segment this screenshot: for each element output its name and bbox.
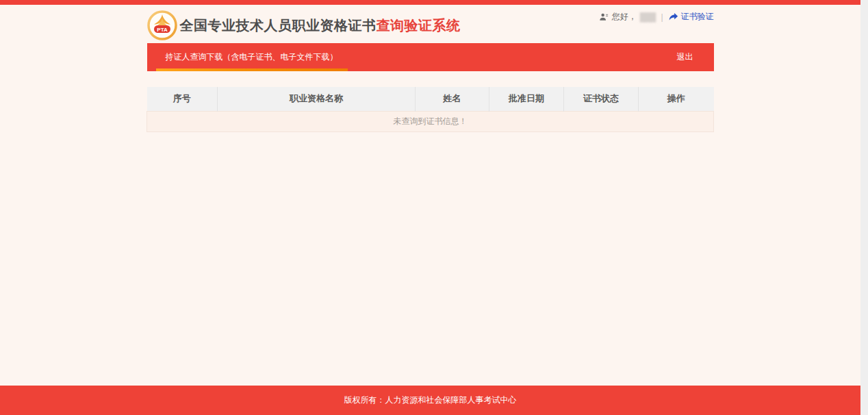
table-header-row: 序号 职业资格名称 姓名 批准日期 证书状态 操作: [147, 87, 714, 111]
user-bar: 您好， ███ | 证书验证: [599, 11, 714, 23]
page-title: 全国专业技术人员职业资格证书查询验证系统: [180, 16, 461, 35]
verify-link-label[interactable]: 证书验证: [681, 11, 714, 23]
certificate-table: 序号 职业资格名称 姓名 批准日期 证书状态 操作 未查询到证书信息！: [146, 87, 714, 132]
page-content: PTA 全国专业技术人员职业资格证书查询验证系统 您好， ███ |: [0, 0, 860, 415]
nav-bar: 持证人查询下载（含电子证书、电子文件下载） 退出: [147, 43, 714, 71]
tab-holder-query-download[interactable]: 持证人查询下载（含电子证书、电子文件下载）: [156, 43, 348, 71]
active-tab-underline: [156, 68, 348, 71]
logout-button[interactable]: 退出: [677, 51, 693, 63]
top-accent-bar: [0, 0, 860, 5]
user-name-redacted: ███: [640, 13, 656, 21]
page: PTA 全国专业技术人员职业资格证书查询验证系统 您好， ███ |: [0, 0, 868, 415]
col-header-actions: 操作: [639, 87, 714, 111]
logo-text: PTA: [157, 27, 168, 33]
empty-result-row: 未查询到证书信息！: [147, 111, 714, 131]
share-arrow-icon[interactable]: [669, 12, 678, 21]
brand: PTA 全国专业技术人员职业资格证书查询验证系统: [147, 10, 461, 40]
col-header-index: 序号: [147, 87, 218, 111]
col-header-qualification-name: 职业资格名称: [218, 87, 416, 111]
certificate-verify-link[interactable]: 证书验证: [669, 11, 714, 23]
tab-label: 持证人查询下载（含电子证书、电子文件下载）: [166, 51, 338, 63]
col-header-status: 证书状态: [564, 87, 639, 111]
title-suffix: 查询验证系统: [376, 18, 461, 33]
header: PTA 全国专业技术人员职业资格证书查询验证系统 您好， ███ |: [147, 5, 714, 43]
col-header-name: 姓名: [416, 87, 489, 111]
user-icon: [599, 12, 609, 22]
greeting-text: 您好，: [612, 11, 637, 23]
copyright-text: 版权所有：人力资源和社会保障部人事考试中心: [344, 394, 517, 406]
title-main: 全国专业技术人员职业资格证书: [180, 18, 376, 33]
scrollbar-track[interactable]: [860, 0, 868, 415]
pta-logo-icon: PTA: [147, 10, 177, 40]
col-header-approval-date: 批准日期: [489, 87, 564, 111]
separator: |: [661, 12, 663, 22]
footer-bar: 版权所有：人力资源和社会保障部人事考试中心: [0, 386, 860, 415]
empty-message: 未查询到证书信息！: [147, 111, 714, 131]
